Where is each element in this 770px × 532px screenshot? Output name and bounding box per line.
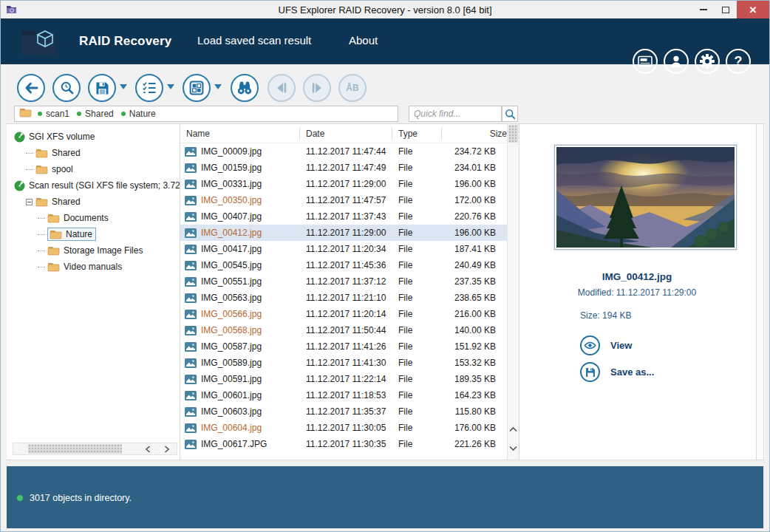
file-size-cell: 164.23 KB bbox=[442, 390, 508, 400]
main-content: SGI XFS volumeSharedspoolScan result (SG… bbox=[7, 123, 765, 460]
tree-hscroll-right-arrow[interactable] bbox=[157, 443, 177, 454]
breadcrumb-segment-scan1[interactable]: scan1 bbox=[38, 109, 69, 119]
file-list-vscroll-down-arrow[interactable] bbox=[508, 439, 519, 458]
table-row-img-00350-jpg[interactable]: IMG_00350.jpg11.12.2017 11:47:57File172.… bbox=[180, 192, 508, 208]
image-file-icon bbox=[185, 212, 197, 222]
encoding-button[interactable]: ĀB bbox=[338, 74, 367, 102]
tree-item-spool[interactable]: spool bbox=[7, 161, 180, 177]
find-button[interactable] bbox=[231, 74, 259, 102]
table-row-img-00568-jpg[interactable]: IMG_00568.jpg11.12.2017 11:50:44File140.… bbox=[180, 322, 508, 338]
tree-branch-dots bbox=[38, 250, 45, 251]
view-button[interactable]: View bbox=[580, 335, 632, 355]
tree-hscroll-thumb[interactable] bbox=[28, 444, 122, 454]
help-button[interactable]: ? bbox=[726, 49, 751, 74]
preview-panel-scrollbar[interactable] bbox=[756, 124, 764, 460]
maximize-button[interactable] bbox=[715, 1, 737, 18]
breadcrumb-segment-nature[interactable]: Nature bbox=[121, 109, 156, 119]
previous-button[interactable] bbox=[268, 74, 296, 102]
scan-button[interactable] bbox=[52, 74, 81, 102]
table-row-img-00566-jpg[interactable]: IMG_00566.jpg11.12.2017 11:20:14File216.… bbox=[180, 306, 508, 322]
tree-item-sgi-xfs-volume[interactable]: SGI XFS volume bbox=[7, 129, 180, 145]
menu-about[interactable]: About bbox=[349, 34, 378, 47]
tree-item-shared[interactable]: Shared bbox=[7, 145, 180, 161]
back-button[interactable] bbox=[17, 74, 45, 102]
tree-hscroll-left-arrow[interactable] bbox=[138, 443, 157, 454]
table-row-img-00617-jpg[interactable]: IMG_00617.JPG11.12.2017 11:30:35File221.… bbox=[180, 436, 508, 452]
column-header-type[interactable]: Type bbox=[392, 127, 442, 140]
preview-filename: IMG_00412.jpg bbox=[519, 271, 754, 282]
file-name-cell: IMG_00591.jpg bbox=[180, 374, 300, 384]
column-header-date[interactable]: Date bbox=[300, 127, 392, 140]
save-dropdown-caret[interactable] bbox=[120, 84, 127, 89]
file-name-cell: IMG_00009.jpg bbox=[180, 146, 300, 157]
tree-item-scan-result-sgi-xfs-file-system-3-72-gb-i[interactable]: Scan result (SGI XFS file system; 3.72 G… bbox=[7, 177, 180, 194]
file-list-vscroll-thumb[interactable] bbox=[508, 125, 518, 143]
table-row-img-00009-jpg[interactable]: IMG_00009.jpg11.12.2017 11:47:44File234.… bbox=[180, 143, 508, 160]
file-name-cell: IMG_00603.jpg bbox=[180, 406, 300, 417]
table-row-img-00412-jpg[interactable]: IMG_00412.jpg11.12.2017 11:29:00File196.… bbox=[180, 225, 508, 241]
table-row-img-00587-jpg[interactable]: IMG_00587.jpg11.12.2017 11:41:26File151.… bbox=[180, 338, 508, 355]
tree-item-shared[interactable]: Shared bbox=[7, 194, 180, 210]
tree-branch-dots bbox=[38, 267, 45, 267]
file-type-cell: File bbox=[392, 374, 442, 384]
quick-find-search-button[interactable] bbox=[502, 106, 518, 122]
file-size-cell: 238.65 KB bbox=[442, 293, 508, 303]
image-file-icon bbox=[185, 293, 197, 303]
prev-icon bbox=[275, 82, 288, 94]
close-button[interactable]: ✕ bbox=[737, 1, 769, 18]
file-date-cell: 11.12.2017 11:41:30 bbox=[300, 358, 392, 368]
tree-item-storage-image-files[interactable]: Storage Image Files bbox=[7, 242, 180, 259]
table-row-img-00604-jpg[interactable]: IMG_00604.jpg11.12.2017 11:30:05File176.… bbox=[180, 420, 508, 436]
image-file-icon bbox=[185, 358, 197, 368]
table-row-img-00545-jpg[interactable]: IMG_00545.jpg11.12.2017 11:45:36File240.… bbox=[180, 257, 508, 273]
table-row-img-00563-jpg[interactable]: IMG_00563.jpg11.12.2017 11:21:10File238.… bbox=[180, 290, 508, 306]
tree-item-documents[interactable]: Documents bbox=[7, 210, 180, 226]
settings-button[interactable] bbox=[695, 49, 720, 74]
image-file-icon bbox=[185, 423, 197, 433]
news-button[interactable] bbox=[633, 49, 658, 74]
table-row-img-00591-jpg[interactable]: IMG_00591.jpg11.12.2017 11:22:14File189.… bbox=[180, 371, 508, 387]
table-row-img-00603-jpg[interactable]: IMG_00603.jpg11.12.2017 11:35:37File115.… bbox=[180, 403, 508, 420]
table-row-img-00601-jpg[interactable]: IMG_00601.jpg11.12.2017 11:18:53File164.… bbox=[180, 387, 508, 403]
breadcrumb-dot-icon bbox=[38, 112, 42, 116]
file-list-vscroll-up-arrow[interactable] bbox=[508, 420, 519, 439]
column-header-name[interactable]: Name bbox=[180, 127, 300, 140]
table-row-img-00407-jpg[interactable]: IMG_00407.jpg11.12.2017 11:37:43File220.… bbox=[180, 208, 508, 225]
file-name-cell: IMG_00604.jpg bbox=[180, 423, 300, 433]
menu-load-saved-scan-result[interactable]: Load saved scan result bbox=[197, 34, 311, 47]
image-file-icon bbox=[185, 326, 197, 335]
save-button[interactable] bbox=[88, 74, 116, 102]
encoding-text-icon: ĀB bbox=[346, 83, 358, 93]
view-button-label: View bbox=[610, 340, 632, 351]
tasks-button[interactable] bbox=[135, 74, 163, 102]
next-button[interactable] bbox=[303, 74, 331, 102]
minimize-button[interactable] bbox=[692, 1, 715, 18]
quick-find-input[interactable] bbox=[409, 106, 502, 122]
partition-button[interactable] bbox=[183, 74, 211, 102]
save-as-button[interactable]: Save as... bbox=[580, 362, 654, 382]
tree-item-video-manuals[interactable]: Video manuals bbox=[7, 259, 180, 275]
file-type-cell: File bbox=[392, 146, 442, 157]
table-row-img-00589-jpg[interactable]: IMG_00589.jpg11.12.2017 11:41:30File153.… bbox=[180, 355, 508, 371]
tasks-dropdown-caret[interactable] bbox=[167, 84, 174, 89]
table-row-img-00159-jpg[interactable]: IMG_00159.jpg11.12.2017 11:47:49File234.… bbox=[180, 160, 508, 176]
folder-icon bbox=[35, 197, 48, 207]
file-name-cell: IMG_00159.jpg bbox=[180, 163, 300, 173]
file-date-cell: 11.12.2017 11:50:44 bbox=[300, 325, 392, 335]
file-list-vertical-scrollbar[interactable] bbox=[507, 124, 519, 460]
partition-dropdown-caret[interactable] bbox=[214, 84, 222, 89]
tree-item-nature[interactable]: Nature bbox=[7, 226, 180, 242]
tree-horizontal-scrollbar[interactable] bbox=[13, 443, 177, 455]
file-name-cell: IMG_00545.jpg bbox=[180, 260, 300, 270]
save-disk-icon bbox=[585, 367, 596, 378]
image-file-icon bbox=[185, 180, 197, 189]
breadcrumb-segment-shared[interactable]: Shared bbox=[77, 109, 114, 119]
file-name-cell: IMG_00566.jpg bbox=[180, 309, 300, 319]
preview-panel: IMG_00412.jpg Modified: 11.12.2017 11:29… bbox=[519, 124, 765, 460]
floppy-icon bbox=[95, 81, 109, 95]
table-row-img-00417-jpg[interactable]: IMG_00417.jpg11.12.2017 11:20:34File187.… bbox=[180, 241, 508, 257]
table-row-img-00551-jpg[interactable]: IMG_00551.jpg11.12.2017 11:37:12File237.… bbox=[180, 273, 508, 290]
table-row-img-00331-jpg[interactable]: IMG_00331.jpg11.12.2017 11:29:00File196.… bbox=[180, 176, 508, 192]
tree-collapse-expander[interactable] bbox=[26, 199, 33, 205]
user-button[interactable] bbox=[664, 49, 689, 74]
